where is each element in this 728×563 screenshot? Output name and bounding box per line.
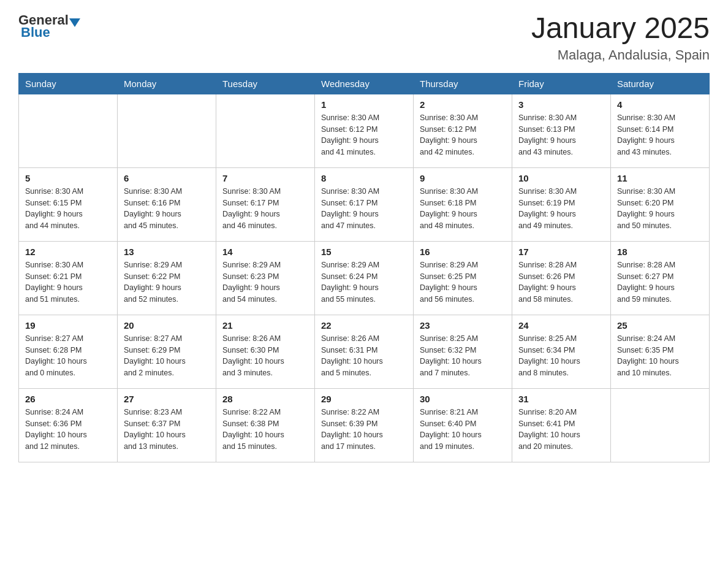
calendar-cell: 13Sunrise: 8:29 AM Sunset: 6:22 PM Dayli… xyxy=(118,241,216,315)
week-row-4: 19Sunrise: 8:27 AM Sunset: 6:28 PM Dayli… xyxy=(19,315,710,388)
calendar-cell: 24Sunrise: 8:25 AM Sunset: 6:34 PM Dayli… xyxy=(512,315,611,388)
day-info: Sunrise: 8:23 AM Sunset: 6:37 PM Dayligh… xyxy=(124,407,210,453)
calendar-cell: 18Sunrise: 8:28 AM Sunset: 6:27 PM Dayli… xyxy=(611,241,710,315)
day-info: Sunrise: 8:30 AM Sunset: 6:16 PM Dayligh… xyxy=(124,186,210,232)
weekday-header-wednesday: Wednesday xyxy=(315,73,414,94)
week-row-3: 12Sunrise: 8:30 AM Sunset: 6:21 PM Dayli… xyxy=(19,241,710,315)
day-info: Sunrise: 8:30 AM Sunset: 6:19 PM Dayligh… xyxy=(518,186,604,232)
day-number: 26 xyxy=(25,394,111,404)
day-number: 21 xyxy=(222,320,308,331)
day-number: 22 xyxy=(321,320,407,331)
day-number: 5 xyxy=(25,173,111,183)
calendar-cell: 9Sunrise: 8:30 AM Sunset: 6:18 PM Daylig… xyxy=(414,167,512,241)
day-number: 25 xyxy=(617,320,703,331)
day-info: Sunrise: 8:29 AM Sunset: 6:24 PM Dayligh… xyxy=(321,259,407,305)
calendar-body: 1Sunrise: 8:30 AM Sunset: 6:12 PM Daylig… xyxy=(19,94,710,462)
day-info: Sunrise: 8:30 AM Sunset: 6:17 PM Dayligh… xyxy=(222,186,308,232)
day-number: 7 xyxy=(222,173,308,183)
day-info: Sunrise: 8:28 AM Sunset: 6:26 PM Dayligh… xyxy=(518,259,604,305)
day-info: Sunrise: 8:20 AM Sunset: 6:41 PM Dayligh… xyxy=(518,407,604,453)
day-number: 15 xyxy=(321,247,407,257)
calendar-cell: 31Sunrise: 8:20 AM Sunset: 6:41 PM Dayli… xyxy=(512,388,611,462)
day-number: 14 xyxy=(222,247,308,257)
day-info: Sunrise: 8:29 AM Sunset: 6:25 PM Dayligh… xyxy=(420,259,506,305)
day-number: 24 xyxy=(518,320,604,331)
calendar-cell: 16Sunrise: 8:29 AM Sunset: 6:25 PM Dayli… xyxy=(414,241,512,315)
day-info: Sunrise: 8:24 AM Sunset: 6:36 PM Dayligh… xyxy=(25,407,111,453)
day-info: Sunrise: 8:30 AM Sunset: 6:17 PM Dayligh… xyxy=(321,186,407,232)
day-number: 17 xyxy=(518,247,604,257)
calendar-cell: 25Sunrise: 8:24 AM Sunset: 6:35 PM Dayli… xyxy=(611,315,710,388)
day-info: Sunrise: 8:30 AM Sunset: 6:13 PM Dayligh… xyxy=(518,112,604,158)
day-number: 23 xyxy=(420,320,506,331)
day-number: 13 xyxy=(124,247,210,257)
day-info: Sunrise: 8:30 AM Sunset: 6:18 PM Dayligh… xyxy=(420,186,506,232)
calendar-header: SundayMondayTuesdayWednesdayThursdayFrid… xyxy=(19,73,710,94)
day-number: 18 xyxy=(617,247,703,257)
weekday-header-thursday: Thursday xyxy=(414,73,512,94)
weekday-header-sunday: Sunday xyxy=(19,73,118,94)
calendar-cell: 30Sunrise: 8:21 AM Sunset: 6:40 PM Dayli… xyxy=(414,388,512,462)
day-number: 20 xyxy=(124,320,210,331)
day-info: Sunrise: 8:30 AM Sunset: 6:21 PM Dayligh… xyxy=(25,259,111,305)
calendar-cell: 23Sunrise: 8:25 AM Sunset: 6:32 PM Dayli… xyxy=(414,315,512,388)
calendar-cell: 27Sunrise: 8:23 AM Sunset: 6:37 PM Dayli… xyxy=(118,388,216,462)
day-info: Sunrise: 8:27 AM Sunset: 6:29 PM Dayligh… xyxy=(124,333,210,379)
calendar-cell: 2Sunrise: 8:30 AM Sunset: 6:12 PM Daylig… xyxy=(414,94,512,167)
day-info: Sunrise: 8:29 AM Sunset: 6:23 PM Dayligh… xyxy=(222,259,308,305)
day-info: Sunrise: 8:25 AM Sunset: 6:32 PM Dayligh… xyxy=(420,333,506,379)
day-info: Sunrise: 8:30 AM Sunset: 6:15 PM Dayligh… xyxy=(25,186,111,232)
day-number: 19 xyxy=(25,320,111,331)
day-info: Sunrise: 8:27 AM Sunset: 6:28 PM Dayligh… xyxy=(25,333,111,379)
calendar-cell: 7Sunrise: 8:30 AM Sunset: 6:17 PM Daylig… xyxy=(216,167,315,241)
weekday-header-monday: Monday xyxy=(118,73,216,94)
day-number: 4 xyxy=(617,99,703,110)
calendar-title: January 2025 xyxy=(531,12,710,45)
calendar-cell xyxy=(216,94,315,167)
weekday-header-tuesday: Tuesday xyxy=(216,73,315,94)
calendar-cell xyxy=(19,94,118,167)
calendar-cell: 4Sunrise: 8:30 AM Sunset: 6:14 PM Daylig… xyxy=(611,94,710,167)
day-info: Sunrise: 8:22 AM Sunset: 6:38 PM Dayligh… xyxy=(222,407,308,453)
calendar-cell xyxy=(611,388,710,462)
calendar-cell: 10Sunrise: 8:30 AM Sunset: 6:19 PM Dayli… xyxy=(512,167,611,241)
day-number: 31 xyxy=(518,394,604,404)
calendar-cell: 15Sunrise: 8:29 AM Sunset: 6:24 PM Dayli… xyxy=(315,241,414,315)
day-number: 8 xyxy=(321,173,407,183)
day-info: Sunrise: 8:30 AM Sunset: 6:12 PM Dayligh… xyxy=(420,112,506,158)
calendar-cell: 5Sunrise: 8:30 AM Sunset: 6:15 PM Daylig… xyxy=(19,167,118,241)
day-number: 10 xyxy=(518,173,604,183)
calendar-cell: 21Sunrise: 8:26 AM Sunset: 6:30 PM Dayli… xyxy=(216,315,315,388)
day-info: Sunrise: 8:25 AM Sunset: 6:34 PM Dayligh… xyxy=(518,333,604,379)
calendar-cell: 6Sunrise: 8:30 AM Sunset: 6:16 PM Daylig… xyxy=(118,167,216,241)
day-info: Sunrise: 8:26 AM Sunset: 6:30 PM Dayligh… xyxy=(222,333,308,379)
day-number: 29 xyxy=(321,394,407,404)
week-row-5: 26Sunrise: 8:24 AM Sunset: 6:36 PM Dayli… xyxy=(19,388,710,462)
day-info: Sunrise: 8:29 AM Sunset: 6:22 PM Dayligh… xyxy=(124,259,210,305)
weekday-header-friday: Friday xyxy=(512,73,611,94)
day-number: 1 xyxy=(321,99,407,110)
logo: General Blue xyxy=(18,12,81,40)
calendar-cell: 29Sunrise: 8:22 AM Sunset: 6:39 PM Dayli… xyxy=(315,388,414,462)
calendar-cell: 8Sunrise: 8:30 AM Sunset: 6:17 PM Daylig… xyxy=(315,167,414,241)
day-number: 30 xyxy=(420,394,506,404)
weekday-header-saturday: Saturday xyxy=(611,73,710,94)
calendar-cell: 14Sunrise: 8:29 AM Sunset: 6:23 PM Dayli… xyxy=(216,241,315,315)
calendar-cell: 17Sunrise: 8:28 AM Sunset: 6:26 PM Dayli… xyxy=(512,241,611,315)
day-number: 3 xyxy=(518,99,604,110)
day-info: Sunrise: 8:22 AM Sunset: 6:39 PM Dayligh… xyxy=(321,407,407,453)
day-number: 27 xyxy=(124,394,210,404)
day-info: Sunrise: 8:30 AM Sunset: 6:14 PM Dayligh… xyxy=(617,112,703,158)
calendar-cell: 12Sunrise: 8:30 AM Sunset: 6:21 PM Dayli… xyxy=(19,241,118,315)
logo-text-blue: Blue xyxy=(21,25,50,40)
calendar-subtitle: Malaga, Andalusia, Spain xyxy=(531,47,710,63)
day-info: Sunrise: 8:28 AM Sunset: 6:27 PM Dayligh… xyxy=(617,259,703,305)
day-number: 12 xyxy=(25,247,111,257)
day-info: Sunrise: 8:21 AM Sunset: 6:40 PM Dayligh… xyxy=(420,407,506,453)
page-header: General Blue January 2025 Malaga, Andalu… xyxy=(18,12,710,63)
logo-triangle-icon xyxy=(69,18,80,27)
calendar-cell: 3Sunrise: 8:30 AM Sunset: 6:13 PM Daylig… xyxy=(512,94,611,167)
day-info: Sunrise: 8:30 AM Sunset: 6:12 PM Dayligh… xyxy=(321,112,407,158)
day-info: Sunrise: 8:24 AM Sunset: 6:35 PM Dayligh… xyxy=(617,333,703,379)
calendar-cell: 20Sunrise: 8:27 AM Sunset: 6:29 PM Dayli… xyxy=(118,315,216,388)
